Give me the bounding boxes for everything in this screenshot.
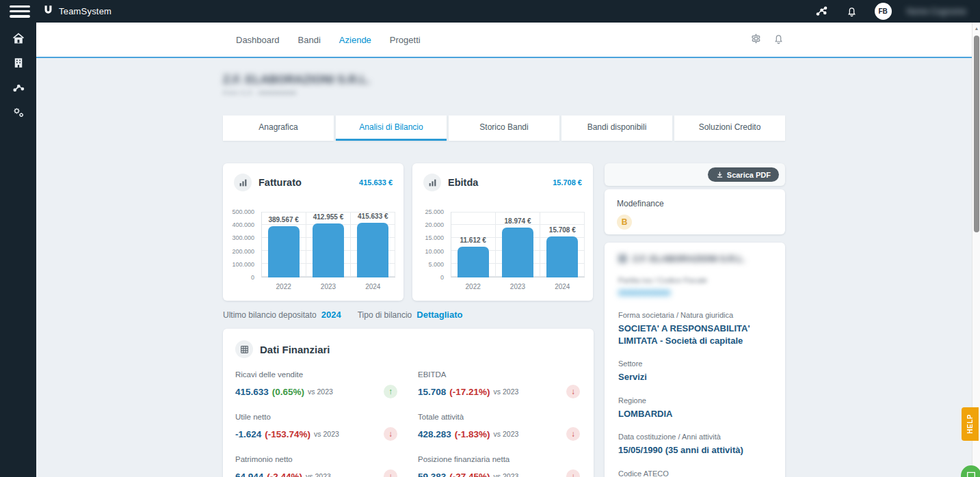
bar-2022: [458, 247, 489, 277]
metric-posizione-finanziaria: Posizione finanziaria netta 59.383 (-27.…: [418, 455, 580, 477]
scarica-pdf-button[interactable]: Scarica PDF: [708, 167, 779, 182]
info-label: Forma societaria / Natura giuridica: [618, 311, 771, 319]
metric-label: Totale attività: [418, 413, 580, 421]
metric-pct: (-2.44%): [267, 472, 302, 477]
tab-analisi-di-bilancio[interactable]: Analisi di Bilancio: [336, 115, 447, 141]
piva-label-redacted: Partita iva / Codice Fiscale: [618, 276, 771, 284]
rating-badge: B: [617, 215, 632, 230]
y-tick: 20.000: [425, 221, 444, 228]
tipo-bilancio-value: Dettagliato: [416, 310, 462, 320]
bar-2024: [357, 223, 388, 277]
metric-value: 15.708: [418, 387, 446, 397]
info-field-forma: Forma societaria / Natura giuridica SOCI…: [618, 311, 771, 346]
sidebar-companies-icon[interactable]: [11, 55, 26, 70]
section-tabs: Anagrafica Analisi di Bilancio Storico B…: [223, 115, 785, 141]
info-label: Data costituzione / Anni attività: [618, 433, 771, 441]
y-tick: 25.000: [425, 208, 444, 215]
chart-title: Fatturato: [259, 177, 302, 188]
trend-arrow-icon: ↓: [566, 469, 580, 477]
x-axis: 2022 2023 2024: [451, 283, 585, 292]
brand-name: TeamSystem: [59, 6, 111, 16]
bar-value-label: 15.708 €: [549, 226, 576, 234]
tab-storico-bandi[interactable]: Storico Bandi: [449, 115, 559, 141]
nav-bell-icon[interactable]: [773, 33, 784, 47]
settings-gear-icon[interactable]: [750, 32, 763, 48]
x-tick: 2023: [306, 283, 350, 292]
modefinance-title: Modefinance: [617, 199, 773, 208]
info-field-data-costituzione: Data costituzione / Anni attività 15/05/…: [618, 433, 771, 456]
metric-vs: vs 2023: [494, 387, 519, 396]
trend-arrow-icon: ↓: [566, 427, 580, 441]
metric-patrimonio-netto: Patrimonio netto 64.944 (-2.44%) vs 2023…: [235, 455, 397, 477]
x-tick: 2024: [351, 283, 395, 292]
tab-soluzioni-credito[interactable]: Soluzioni Credito: [674, 115, 785, 141]
ultimo-bilancio-label: Ultimo bilancio depositato: [223, 310, 317, 320]
y-tick: 400.000: [232, 221, 254, 228]
integrations-icon[interactable]: [815, 4, 830, 19]
y-tick: 100.000: [232, 261, 254, 268]
sidebar-network-icon[interactable]: [11, 80, 26, 95]
ultimo-bilancio-value: 2024: [321, 310, 341, 320]
bar-value-label: 389.567 €: [268, 216, 299, 223]
help-tab[interactable]: HELP: [962, 407, 979, 441]
metric-value: 428.283: [418, 429, 451, 439]
x-tick: 2024: [540, 283, 585, 292]
info-label: Regione: [618, 396, 771, 405]
scrollbar-thumb[interactable]: [974, 36, 979, 232]
user-avatar[interactable]: FB: [875, 3, 892, 20]
modefinance-card: Modefinance B: [605, 189, 785, 234]
metric-label: Posizione finanziaria netta: [418, 455, 580, 463]
metric-value: 415.633: [235, 387, 269, 397]
scroll-up-arrow-icon[interactable]: ▲: [972, 26, 980, 31]
nav-link-aziende[interactable]: Aziende: [339, 35, 371, 45]
download-icon: [716, 171, 724, 178]
chart-title: Ebitda: [448, 177, 478, 188]
metric-utile-netto: Utile netto -1.624 (-153.74%) vs 2023 ↓: [235, 413, 397, 441]
metric-value: 59.383: [418, 472, 446, 477]
bar-value-label: 412.955 €: [313, 213, 344, 221]
x-tick: 2022: [261, 283, 306, 292]
metric-ricavi: Ricavi delle vendite 415.633 (0.65%) vs …: [235, 370, 397, 398]
y-tick: 200.000: [232, 248, 254, 255]
nav-links: Dashboard Bandi Aziende Progetti: [236, 23, 421, 57]
sidebar-home-icon[interactable]: [11, 31, 26, 46]
notifications-bell-icon[interactable]: [845, 4, 860, 19]
menu-icon[interactable]: [10, 5, 30, 18]
metric-vs: vs 2023: [306, 472, 331, 477]
tab-anagrafica[interactable]: Anagrafica: [223, 115, 334, 141]
teamsystem-logo-icon: [42, 4, 54, 18]
info-value: SOCIETA' A RESPONSABILITA' LIMITATA - So…: [618, 323, 774, 346]
metric-pct: (-1.83%): [455, 429, 490, 439]
metric-label: Patrimonio netto: [235, 455, 397, 463]
y-tick: 0: [440, 274, 444, 281]
nav-link-bandi[interactable]: Bandi: [298, 35, 321, 45]
metric-vs: vs 2023: [494, 430, 519, 438]
info-label: Codice ATECO: [618, 469, 771, 477]
company-title-redacted: Z.F. ELABORAZIONI S.R.L.: [223, 73, 370, 87]
trend-arrow-icon: ↑: [384, 385, 397, 398]
bar-chart-icon: [423, 174, 441, 191]
fatturato-chart: 500.000 400.000 300.000 200.000 100.000 …: [233, 212, 397, 292]
dati-finanziari-title: Dati Finanziari: [260, 344, 330, 355]
building-icon: [618, 254, 627, 263]
nav-link-dashboard[interactable]: Dashboard: [236, 35, 280, 45]
metric-ebitda: EBITDA 15.708 (-17.21%) vs 2023 ↓: [418, 370, 580, 398]
piva-value-redacted[interactable]: 00000000000: [618, 288, 670, 298]
metric-value: 64.944: [235, 472, 263, 477]
metric-pct: (-17.21%): [449, 387, 490, 397]
company-subtitle-redacted: P.IVA / C.F. - 00000000000: [223, 90, 296, 96]
info-value: 15/05/1990 (35 anni di attività): [618, 444, 774, 456]
fatturato-chart-card: Fatturato 415.633 € 500.000 400.000 300.…: [223, 163, 403, 301]
bar-2022: [268, 226, 300, 277]
metric-vs: vs 2023: [494, 472, 519, 477]
info-value: Servizi: [618, 371, 774, 383]
pdf-bar-card: Scarica PDF: [605, 163, 785, 186]
bar-value-label: 415.633 €: [358, 213, 388, 220]
ebitda-chart: 25.000 20.000 15.000 10.000 5.000 0 11.6…: [422, 212, 586, 292]
tipo-bilancio-label: Tipo di bilancio: [358, 310, 412, 320]
tab-bandi-disponibili[interactable]: Bandi disponibili: [561, 115, 672, 141]
trend-arrow-icon: ↓: [384, 469, 397, 477]
chart-header-value: 15.708 €: [553, 178, 582, 187]
sidebar-settings-gears-icon[interactable]: [11, 105, 26, 120]
nav-link-progetti[interactable]: Progetti: [390, 35, 421, 45]
